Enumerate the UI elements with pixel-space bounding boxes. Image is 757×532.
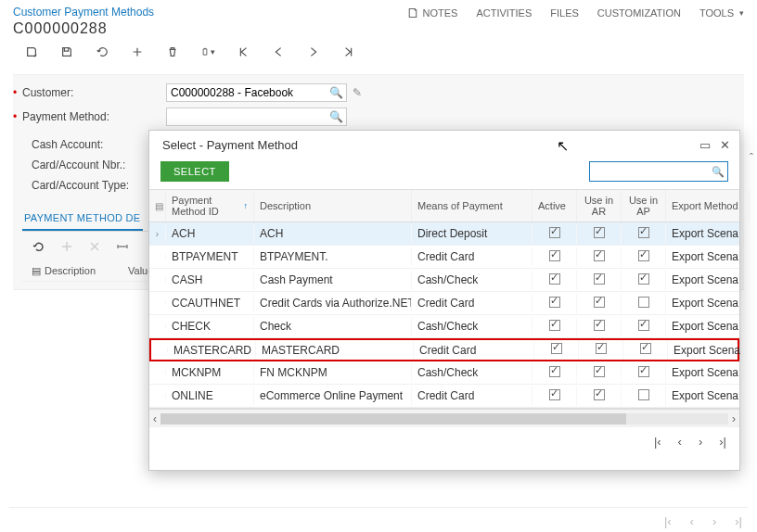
- next-button[interactable]: [306, 44, 321, 59]
- prev-button[interactable]: [271, 44, 286, 59]
- cell-id: ACH: [166, 224, 254, 243]
- select-button[interactable]: SELECT: [160, 161, 229, 182]
- col-payment-method-id[interactable]: Payment Method ID↑: [166, 190, 254, 222]
- col-export-method[interactable]: Export Method: [666, 190, 750, 222]
- checkbox-icon: [594, 366, 605, 377]
- cell-active: [532, 294, 577, 313]
- collapse-icon[interactable]: ˆ: [750, 152, 753, 165]
- pager-prev-button[interactable]: ‹: [678, 435, 682, 449]
- table-row[interactable]: CCAUTHNETCredit Cards via Authorize.NETC…: [149, 292, 739, 315]
- cell-desc: MASTERCARD: [256, 341, 414, 360]
- col-description[interactable]: Description: [254, 190, 412, 222]
- popup-grid: ▤ Payment Method ID↑ Description Means o…: [149, 189, 739, 409]
- col-description[interactable]: Description: [45, 265, 128, 277]
- col-use-in-ap[interactable]: Use in AP: [622, 190, 666, 222]
- row-pointer-icon: ›: [149, 226, 166, 242]
- page-title-link[interactable]: Customer Payment Methods: [13, 6, 154, 19]
- cell-desc: Credit Cards via Authorize.NET: [254, 294, 412, 312]
- cell-id: CHECK: [166, 317, 254, 336]
- table-row[interactable]: CHECKCheckCash/CheckExport Scena: [149, 315, 739, 338]
- clipboard-button[interactable]: ▾: [200, 44, 215, 59]
- activities-action[interactable]: ACTIVITIES: [476, 7, 532, 19]
- cell-mop: Cash/Check: [412, 271, 532, 289]
- checkbox-icon: [594, 273, 605, 285]
- pager-next-button[interactable]: ›: [699, 435, 702, 449]
- refresh-button[interactable]: [32, 239, 46, 254]
- page-prev-button[interactable]: ‹: [690, 514, 694, 528]
- cell-mop: Credit Card: [412, 294, 532, 312]
- cell-active: [532, 317, 577, 336]
- popup-grid-header: ▤ Payment Method ID↑ Description Means o…: [149, 190, 739, 222]
- cell-mop: Cash/Check: [412, 317, 532, 336]
- popup-title: Select - Payment Method: [162, 138, 298, 152]
- table-row[interactable]: ›ACHACHDirect DepositExport Scena: [149, 222, 739, 246]
- search-icon[interactable]: 🔍: [712, 166, 725, 178]
- record-id: C000000288: [13, 20, 154, 37]
- notes-action[interactable]: NOTES: [407, 7, 457, 19]
- page-next-button[interactable]: ›: [712, 514, 716, 528]
- popup-search-input[interactable]: [590, 162, 727, 181]
- page-last-button[interactable]: ›|: [735, 514, 742, 528]
- files-action[interactable]: FILES: [550, 7, 579, 19]
- cell-ap: [622, 247, 666, 267]
- payment-method-input[interactable]: [166, 108, 347, 126]
- col-means-of-payment[interactable]: Means of Payment: [412, 190, 532, 222]
- scroll-right-icon[interactable]: ›: [732, 412, 736, 425]
- close-icon[interactable]: ✕: [720, 138, 730, 152]
- payment-method-label: Payment Method:: [22, 110, 166, 123]
- table-row[interactable]: MASTERCARDMASTERCARDCredit CardExport Sc…: [149, 338, 739, 361]
- last-button[interactable]: [341, 44, 356, 59]
- customization-action[interactable]: CUSTOMIZATION: [597, 7, 681, 19]
- checkbox-icon: [594, 227, 605, 238]
- checkbox-icon: [549, 366, 560, 377]
- top-actions: NOTES ACTIVITIES FILES CUSTOMIZATION TOO…: [407, 7, 744, 19]
- row-handle-header-icon: ▤: [149, 190, 166, 222]
- tools-action[interactable]: TOOLS▾: [699, 7, 744, 19]
- grid-delete-button[interactable]: [87, 239, 102, 254]
- cell-ar: [577, 386, 622, 406]
- save-button[interactable]: [59, 44, 74, 59]
- cell-ap: [623, 340, 668, 360]
- popup-horizontal-scrollbar[interactable]: ‹ ›: [149, 409, 739, 427]
- cell-mop: Credit Card: [412, 247, 532, 266]
- table-row[interactable]: BTPAYMENTBTPAYMENT.Credit CardExport Sce…: [149, 246, 739, 269]
- cell-active: [532, 363, 577, 383]
- popup-search: 🔍: [589, 161, 728, 182]
- pager-last-button[interactable]: ›|: [719, 435, 726, 449]
- checkbox-icon: [549, 250, 560, 261]
- checkbox-icon: [594, 297, 605, 308]
- checkbox-icon: [549, 297, 560, 308]
- edit-icon[interactable]: ✎: [353, 86, 362, 99]
- checkbox-icon: [594, 389, 605, 400]
- first-button[interactable]: [236, 44, 250, 59]
- cell-id: CASH: [166, 271, 254, 289]
- table-row[interactable]: ONLINEeCommerce Online PaymentCredit Car…: [149, 385, 739, 408]
- cell-ap: [622, 363, 666, 383]
- cell-active: [534, 340, 579, 360]
- maximize-icon[interactable]: ▭: [699, 138, 711, 152]
- cell-desc: Check: [254, 317, 412, 336]
- tab-payment-method-details[interactable]: PAYMENT METHOD DE: [22, 207, 143, 231]
- checkbox-icon: [549, 273, 560, 285]
- scroll-left-icon[interactable]: ‹: [153, 412, 157, 425]
- cell-id: MASTERCARD: [168, 341, 256, 360]
- customer-input[interactable]: [166, 83, 347, 102]
- col-active[interactable]: Active: [532, 190, 577, 222]
- page-first-button[interactable]: |‹: [664, 514, 672, 528]
- table-row[interactable]: CASHCash PaymentCash/CheckExport Scena: [149, 269, 739, 292]
- row-pointer-icon: [149, 300, 166, 306]
- search-icon[interactable]: 🔍: [329, 86, 343, 99]
- grid-add-button[interactable]: [59, 239, 74, 254]
- search-icon[interactable]: 🔍: [329, 110, 343, 123]
- table-row[interactable]: MCKNPMFN MCKNPMCash/CheckExport Scena: [149, 361, 739, 385]
- fit-button[interactable]: [115, 239, 130, 254]
- undo-button[interactable]: [95, 44, 109, 59]
- checkbox-icon: [638, 227, 649, 238]
- add-button[interactable]: [130, 44, 145, 59]
- customer-label: Customer:: [22, 86, 166, 99]
- col-use-in-ar[interactable]: Use in AR: [577, 190, 622, 222]
- delete-button[interactable]: [165, 44, 180, 59]
- cell-export: Export Scena: [666, 271, 750, 289]
- save-close-button[interactable]: [24, 44, 39, 59]
- pager-first-button[interactable]: |‹: [654, 435, 661, 449]
